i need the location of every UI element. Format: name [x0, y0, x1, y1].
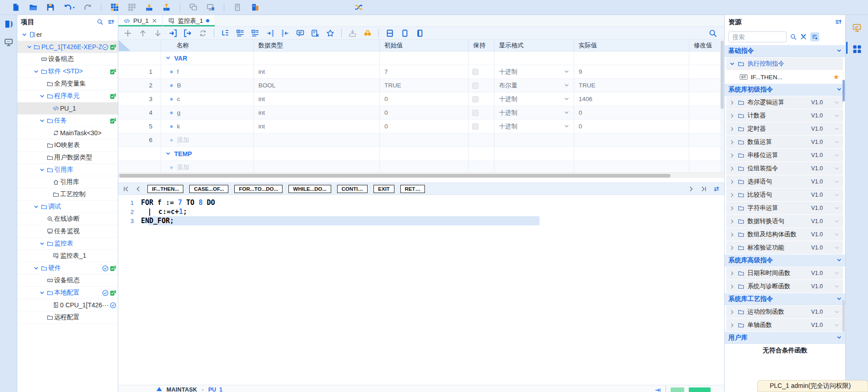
chevron-down-icon[interactable]: [564, 83, 569, 88]
breadcrumb-task[interactable]: MAINTASK: [167, 387, 197, 392]
snippet-button[interactable]: WHILE...DO...: [288, 185, 331, 193]
resource-item[interactable]: 选择语句V1.0: [726, 175, 843, 188]
chevron-down-icon[interactable]: [166, 151, 171, 156]
chevron-down-icon[interactable]: [834, 113, 839, 118]
download-to-plc-icon[interactable]: [145, 3, 153, 11]
retain-checkbox[interactable]: [472, 110, 479, 116]
last-page-icon[interactable]: [701, 186, 707, 192]
modify-value-cell[interactable]: [689, 133, 724, 147]
close-icon[interactable]: [152, 18, 157, 23]
chevron-right-icon[interactable]: [730, 100, 735, 105]
favorite-icon[interactable]: [326, 29, 334, 37]
tree-item[interactable]: 在线诊断: [17, 213, 118, 225]
tree-item[interactable]: 调试: [17, 201, 118, 213]
previous-icon[interactable]: [135, 186, 141, 192]
resource-item[interactable]: 布尔逻辑运算V1.0: [726, 96, 843, 109]
tree-expander-icon[interactable]: [33, 266, 40, 271]
chevron-down-icon[interactable]: [837, 296, 842, 301]
table-group-row[interactable]: TEMP: [118, 147, 724, 161]
chevron-down-icon[interactable]: [834, 310, 839, 315]
table-row[interactable]: 4gint0十进制0: [118, 106, 724, 120]
resource-item[interactable]: 系统与诊断函数V1.0: [726, 280, 843, 293]
cross-reference-icon[interactable]: [354, 3, 363, 11]
breadcrumb-program[interactable]: PU_1: [208, 387, 222, 392]
editor-search-icon[interactable]: [709, 29, 717, 37]
format-select[interactable]: 十进制: [499, 122, 518, 131]
resources-search-input[interactable]: [728, 31, 787, 42]
tree-item[interactable]: 本地配置: [17, 287, 118, 299]
goto-next-icon[interactable]: [655, 387, 661, 392]
snippet-button[interactable]: FOR...TO...DO...: [234, 185, 283, 193]
code-line[interactable]: 3END_FOR;: [118, 216, 724, 225]
type-cell[interactable]: BOOL: [254, 79, 380, 92]
snippet-button[interactable]: CASE...OF...: [189, 185, 228, 193]
chevron-right-icon[interactable]: [730, 193, 735, 198]
table-row[interactable]: 3cint0十进制1406: [118, 92, 724, 106]
resources-scrollbar-thumb[interactable]: [843, 300, 845, 332]
chevron-down-icon[interactable]: [834, 140, 839, 145]
tree-item[interactable]: er: [17, 29, 118, 41]
resource-item[interactable]: 日期和时间函数V1.0: [726, 267, 843, 280]
chevron-down-icon[interactable]: [834, 100, 839, 105]
tree-item[interactable]: 0 CPU_1[T426···: [17, 299, 118, 311]
chevron-right-icon[interactable]: [730, 284, 735, 289]
chevron-down-icon[interactable]: [564, 69, 569, 74]
tree-item[interactable]: 全局变量集: [17, 78, 118, 90]
resource-item[interactable]: 单轴函数V1.0: [726, 319, 843, 331]
save-icon[interactable]: [46, 3, 55, 11]
tree-expander-icon[interactable]: [39, 241, 45, 246]
snippet-button[interactable]: RET…: [400, 185, 425, 193]
chevron-right-icon[interactable]: [730, 323, 735, 328]
window-icon[interactable]: [401, 29, 409, 37]
project-search-icon[interactable]: [97, 19, 103, 25]
snippet-button[interactable]: EXIT: [373, 185, 394, 193]
expand-panel-icon[interactable]: [156, 387, 162, 391]
goto-code-icon[interactable]: [221, 29, 229, 37]
outdent-icon[interactable]: [281, 29, 289, 37]
chevron-down-icon[interactable]: [834, 232, 839, 237]
chevron-down-icon[interactable]: [834, 206, 839, 211]
network-view-icon[interactable]: [4, 38, 13, 47]
chevron-right-icon[interactable]: [730, 153, 735, 158]
tree-item[interactable]: 工艺控制: [17, 188, 118, 201]
upload-from-plc-icon[interactable]: [162, 3, 171, 11]
chevron-down-icon[interactable]: [166, 56, 171, 61]
chevron-down-icon[interactable]: [730, 61, 735, 66]
tree-item[interactable]: 程序单元: [17, 90, 118, 102]
tab-pu_1[interactable]: PU_1: [118, 15, 163, 26]
init-value-cell[interactable]: 0: [380, 106, 469, 119]
resource-item[interactable]: 计数器V1.0: [726, 109, 843, 122]
tree-item[interactable]: IO映射表: [17, 139, 118, 152]
resource-section-header[interactable]: 系统库高级指令: [725, 255, 845, 266]
chevron-right-icon[interactable]: [730, 310, 735, 315]
chevron-down-icon[interactable]: [837, 335, 842, 340]
type-cell[interactable]: int: [254, 65, 380, 78]
tree-expander-icon[interactable]: [21, 32, 28, 37]
scrollbar-thumb[interactable]: [721, 41, 724, 109]
type-cell[interactable]: int: [254, 120, 380, 133]
retain-checkbox[interactable]: [472, 96, 479, 102]
format-select[interactable]: 十进制: [499, 95, 518, 103]
new-file-icon[interactable]: [12, 3, 20, 11]
tree-item[interactable]: 远程配置: [17, 311, 118, 324]
format-select[interactable]: 十进制: [499, 109, 518, 117]
tree-item[interactable]: 软件 <STD>: [17, 66, 118, 78]
chevron-right-icon[interactable]: [730, 232, 735, 237]
table-vertical-scrollbar[interactable]: [720, 40, 724, 173]
open-project-icon[interactable]: [29, 3, 37, 11]
tree-expander-icon[interactable]: [33, 69, 40, 74]
code-line[interactable]: 1FOR f := 7 TO 8 DO: [118, 198, 724, 207]
resource-item[interactable]: 运动控制函数V1.0: [726, 305, 843, 318]
snippet-button[interactable]: IF...THEN...: [147, 185, 183, 193]
tree-expander-icon[interactable]: [39, 290, 45, 295]
tree-expander-icon[interactable]: [33, 204, 40, 209]
chevron-down-icon[interactable]: [834, 179, 839, 184]
resources-tools-icon[interactable]: [800, 34, 807, 40]
tree-item[interactable]: 用户数据类型: [17, 152, 118, 164]
indent-icon[interactable]: [266, 29, 274, 37]
collapse-all-icon[interactable]: [251, 29, 259, 37]
name-cell[interactable]: 添加: [161, 133, 254, 147]
snippet-button[interactable]: CONTI…: [337, 185, 368, 193]
init-value-cell[interactable]: [380, 133, 469, 147]
import-icon[interactable]: [169, 29, 177, 37]
